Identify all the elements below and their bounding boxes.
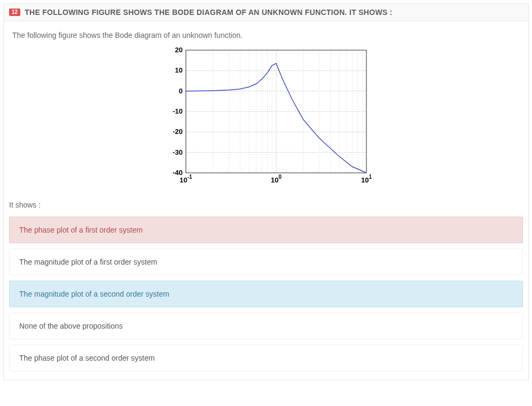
svg-text:-40: -40: [173, 169, 183, 177]
svg-text:-30: -30: [173, 148, 183, 156]
svg-text:-10: -10: [173, 107, 183, 115]
svg-text:-20: -20: [173, 128, 183, 136]
answer-option-text: The magnitude plot of a second order sys…: [19, 290, 169, 298]
question-header: 12 THE FOLLOWING FIGURE SHOWS THE BODE D…: [4, 4, 528, 21]
answer-option[interactable]: The phase plot of a first order system: [9, 217, 523, 243]
answer-option[interactable]: The phase plot of a second order system: [9, 345, 523, 371]
bode-chart: -40-30-20-100102010-1100101: [9, 45, 523, 189]
svg-text:10: 10: [175, 66, 183, 74]
question-prompt: It shows :: [9, 201, 523, 209]
answer-option-text: None of the above propositions: [19, 322, 123, 330]
svg-text:101: 101: [361, 174, 372, 184]
question-number-badge: 12: [9, 9, 20, 16]
question-card: 12 THE FOLLOWING FIGURE SHOWS THE BODE D…: [3, 3, 529, 380]
question-body: The following figure shows the Bode diag…: [4, 21, 528, 380]
svg-text:100: 100: [271, 174, 281, 184]
answer-options: The phase plot of a first order systemTh…: [9, 217, 523, 377]
bode-plot-svg: -40-30-20-100102010-1100101: [159, 45, 373, 189]
answer-option[interactable]: The magnitude plot of a first order syst…: [9, 249, 523, 275]
answer-option-text: The phase plot of a second order system: [19, 354, 155, 362]
question-title: THE FOLLOWING FIGURE SHOWS THE BODE DIAG…: [25, 8, 393, 17]
answer-option[interactable]: None of the above propositions: [9, 313, 523, 339]
answer-option[interactable]: The magnitude plot of a second order sys…: [9, 281, 523, 307]
svg-text:20: 20: [175, 46, 183, 54]
question-stem: The following figure shows the Bode diag…: [12, 31, 523, 39]
answer-option-text: The phase plot of a first order system: [19, 226, 143, 234]
answer-option-text: The magnitude plot of a first order syst…: [19, 258, 157, 266]
svg-text:0: 0: [179, 87, 183, 95]
